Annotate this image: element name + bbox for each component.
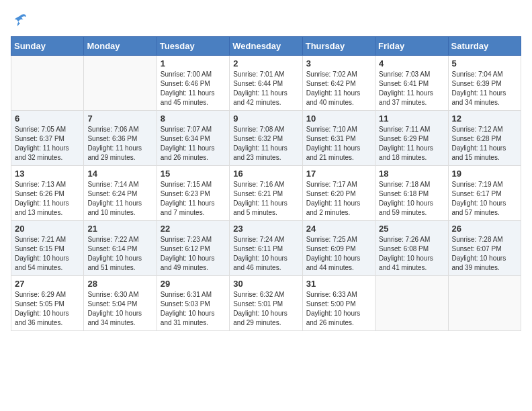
- day-number: 12: [452, 113, 517, 124]
- day-number: 20: [15, 224, 80, 234]
- calendar-cell: [448, 276, 521, 331]
- weekday-header-wednesday: Wednesday: [230, 37, 302, 56]
- day-info: Sunrise: 7:17 AM Sunset: 6:20 PM Dayligh…: [306, 180, 371, 218]
- day-number: 27: [15, 279, 80, 289]
- day-info: Sunrise: 7:15 AM Sunset: 6:23 PM Dayligh…: [161, 180, 226, 218]
- day-info: Sunrise: 7:25 AM Sunset: 6:09 PM Dayligh…: [306, 235, 371, 273]
- day-number: 8: [161, 113, 226, 124]
- calendar-cell: 1Sunrise: 7:00 AM Sunset: 6:46 PM Daylig…: [157, 56, 229, 111]
- calendar-cell: 23Sunrise: 7:24 AM Sunset: 6:11 PM Dayli…: [230, 221, 302, 276]
- day-info: Sunrise: 7:07 AM Sunset: 6:34 PM Dayligh…: [161, 125, 226, 163]
- calendar-cell: [375, 276, 448, 331]
- day-number: 3: [306, 58, 371, 68]
- calendar-cell: 5Sunrise: 7:04 AM Sunset: 6:39 PM Daylig…: [448, 56, 521, 111]
- day-number: 18: [379, 169, 444, 179]
- calendar-cell: 10Sunrise: 7:10 AM Sunset: 6:31 PM Dayli…: [302, 111, 375, 166]
- day-info: Sunrise: 7:14 AM Sunset: 6:24 PM Dayligh…: [87, 180, 152, 218]
- calendar-cell: 18Sunrise: 7:18 AM Sunset: 6:18 PM Dayli…: [375, 166, 448, 221]
- day-info: Sunrise: 7:21 AM Sunset: 6:15 PM Dayligh…: [15, 235, 80, 273]
- logo: [11, 11, 32, 30]
- calendar-cell: [11, 56, 84, 111]
- calendar-cell: 6Sunrise: 7:05 AM Sunset: 6:37 PM Daylig…: [11, 111, 84, 166]
- day-number: 16: [233, 169, 298, 179]
- day-info: Sunrise: 6:29 AM Sunset: 5:05 PM Dayligh…: [15, 290, 80, 328]
- calendar-cell: 12Sunrise: 7:12 AM Sunset: 6:28 PM Dayli…: [448, 111, 521, 166]
- day-number: 10: [306, 113, 371, 124]
- day-info: Sunrise: 7:01 AM Sunset: 6:44 PM Dayligh…: [233, 70, 298, 107]
- day-info: Sunrise: 7:23 AM Sunset: 6:12 PM Dayligh…: [161, 235, 226, 273]
- day-number: 13: [15, 169, 80, 179]
- day-number: 19: [452, 169, 517, 179]
- day-number: 1: [161, 58, 226, 68]
- calendar-cell: 29Sunrise: 6:31 AM Sunset: 5:03 PM Dayli…: [157, 276, 229, 331]
- weekday-header-saturday: Saturday: [448, 37, 521, 56]
- day-number: 7: [87, 113, 152, 124]
- day-info: Sunrise: 7:11 AM Sunset: 6:29 PM Dayligh…: [379, 125, 444, 163]
- calendar-cell: 8Sunrise: 7:07 AM Sunset: 6:34 PM Daylig…: [157, 111, 229, 166]
- day-info: Sunrise: 7:04 AM Sunset: 6:39 PM Dayligh…: [452, 70, 517, 107]
- day-info: Sunrise: 7:24 AM Sunset: 6:11 PM Dayligh…: [233, 235, 298, 273]
- calendar-cell: 25Sunrise: 7:26 AM Sunset: 6:08 PM Dayli…: [375, 221, 448, 276]
- day-number: 31: [306, 279, 371, 289]
- day-number: 21: [87, 224, 152, 234]
- day-number: 23: [233, 224, 298, 234]
- calendar-cell: 26Sunrise: 7:28 AM Sunset: 6:07 PM Dayli…: [448, 221, 521, 276]
- weekday-header-tuesday: Tuesday: [157, 37, 229, 56]
- calendar-cell: 3Sunrise: 7:02 AM Sunset: 6:42 PM Daylig…: [302, 56, 375, 111]
- calendar-week-row: 6Sunrise: 7:05 AM Sunset: 6:37 PM Daylig…: [11, 111, 521, 166]
- calendar-cell: 16Sunrise: 7:16 AM Sunset: 6:21 PM Dayli…: [230, 166, 302, 221]
- calendar-table: SundayMondayTuesdayWednesdayThursdayFrid…: [11, 36, 521, 331]
- day-number: 2: [233, 58, 298, 68]
- day-info: Sunrise: 7:18 AM Sunset: 6:18 PM Dayligh…: [379, 180, 444, 218]
- calendar-cell: 31Sunrise: 6:33 AM Sunset: 5:00 PM Dayli…: [302, 276, 375, 331]
- calendar-cell: 2Sunrise: 7:01 AM Sunset: 6:44 PM Daylig…: [230, 56, 302, 111]
- day-number: 6: [15, 113, 80, 124]
- day-info: Sunrise: 7:08 AM Sunset: 6:32 PM Dayligh…: [233, 125, 298, 163]
- day-info: Sunrise: 7:02 AM Sunset: 6:42 PM Dayligh…: [306, 70, 371, 107]
- calendar-week-row: 1Sunrise: 7:00 AM Sunset: 6:46 PM Daylig…: [11, 56, 521, 111]
- calendar-cell: 22Sunrise: 7:23 AM Sunset: 6:12 PM Dayli…: [157, 221, 229, 276]
- page-header: [11, 11, 521, 30]
- day-number: 9: [233, 113, 298, 124]
- calendar-cell: 13Sunrise: 7:13 AM Sunset: 6:26 PM Dayli…: [11, 166, 84, 221]
- calendar-cell: 20Sunrise: 7:21 AM Sunset: 6:15 PM Dayli…: [11, 221, 84, 276]
- weekday-header-sunday: Sunday: [11, 37, 84, 56]
- day-info: Sunrise: 7:22 AM Sunset: 6:14 PM Dayligh…: [87, 235, 152, 273]
- day-info: Sunrise: 7:06 AM Sunset: 6:36 PM Dayligh…: [87, 125, 152, 163]
- day-info: Sunrise: 7:12 AM Sunset: 6:28 PM Dayligh…: [452, 125, 517, 163]
- day-number: 17: [306, 169, 371, 179]
- calendar-cell: 15Sunrise: 7:15 AM Sunset: 6:23 PM Dayli…: [157, 166, 229, 221]
- calendar-cell: 4Sunrise: 7:03 AM Sunset: 6:41 PM Daylig…: [375, 56, 448, 111]
- day-info: Sunrise: 6:31 AM Sunset: 5:03 PM Dayligh…: [161, 290, 226, 328]
- day-info: Sunrise: 7:05 AM Sunset: 6:37 PM Dayligh…: [15, 125, 80, 163]
- day-info: Sunrise: 6:33 AM Sunset: 5:00 PM Dayligh…: [306, 290, 371, 328]
- calendar-cell: 17Sunrise: 7:17 AM Sunset: 6:20 PM Dayli…: [302, 166, 375, 221]
- day-info: Sunrise: 7:03 AM Sunset: 6:41 PM Dayligh…: [379, 70, 444, 107]
- day-number: 24: [306, 224, 371, 234]
- calendar-cell: 7Sunrise: 7:06 AM Sunset: 6:36 PM Daylig…: [84, 111, 157, 166]
- calendar-week-row: 20Sunrise: 7:21 AM Sunset: 6:15 PM Dayli…: [11, 221, 521, 276]
- logo-icon: [11, 11, 30, 30]
- weekday-header-thursday: Thursday: [302, 37, 375, 56]
- day-info: Sunrise: 7:13 AM Sunset: 6:26 PM Dayligh…: [15, 180, 80, 218]
- calendar-week-row: 13Sunrise: 7:13 AM Sunset: 6:26 PM Dayli…: [11, 166, 521, 221]
- day-number: 22: [161, 224, 226, 234]
- calendar-cell: 24Sunrise: 7:25 AM Sunset: 6:09 PM Dayli…: [302, 221, 375, 276]
- day-info: Sunrise: 7:28 AM Sunset: 6:07 PM Dayligh…: [452, 235, 517, 273]
- day-number: 29: [161, 279, 226, 289]
- weekday-header-row: SundayMondayTuesdayWednesdayThursdayFrid…: [11, 37, 521, 56]
- day-number: 11: [379, 113, 444, 124]
- calendar-cell: 27Sunrise: 6:29 AM Sunset: 5:05 PM Dayli…: [11, 276, 84, 331]
- day-number: 15: [161, 169, 226, 179]
- calendar-cell: [84, 56, 157, 111]
- day-info: Sunrise: 7:19 AM Sunset: 6:17 PM Dayligh…: [452, 180, 517, 218]
- day-info: Sunrise: 7:00 AM Sunset: 6:46 PM Dayligh…: [161, 70, 226, 107]
- calendar-cell: 19Sunrise: 7:19 AM Sunset: 6:17 PM Dayli…: [448, 166, 521, 221]
- calendar-cell: 21Sunrise: 7:22 AM Sunset: 6:14 PM Dayli…: [84, 221, 157, 276]
- day-number: 26: [452, 224, 517, 234]
- day-number: 14: [87, 169, 152, 179]
- day-number: 30: [233, 279, 298, 289]
- calendar-week-row: 27Sunrise: 6:29 AM Sunset: 5:05 PM Dayli…: [11, 276, 521, 331]
- day-info: Sunrise: 7:26 AM Sunset: 6:08 PM Dayligh…: [379, 235, 444, 273]
- day-info: Sunrise: 6:30 AM Sunset: 5:04 PM Dayligh…: [87, 290, 152, 328]
